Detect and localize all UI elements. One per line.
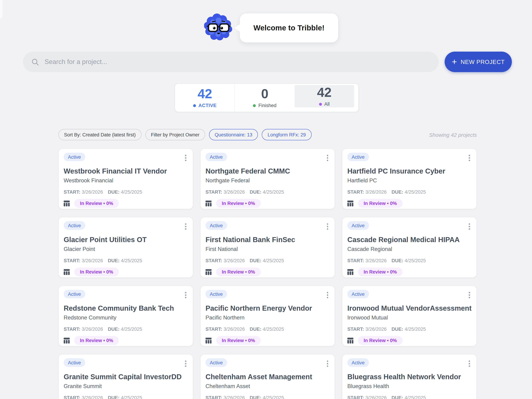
project-card[interactable]: Active Cascade Regional Medical HIPAA Ca… xyxy=(342,217,477,278)
due-date: 4/25/2025 xyxy=(405,189,426,195)
project-dates: START:3/26/2026 DUE:4/25/2025 xyxy=(347,258,472,263)
due-label: DUE: xyxy=(250,258,261,263)
start-label: START: xyxy=(64,189,80,195)
card-menu-button[interactable] xyxy=(469,222,470,231)
status-badge: Active xyxy=(64,153,85,161)
project-client: Ironwood Mutual xyxy=(347,315,472,321)
project-card[interactable]: Active Granite Summit Capital InvestorDD… xyxy=(58,354,193,399)
project-title: Westbrook Financial IT Vendor xyxy=(64,167,188,175)
due-date: 4/25/2025 xyxy=(405,395,426,399)
project-title: Granite Summit Capital InvestorDD xyxy=(64,373,188,381)
start-date: 3/26/2026 xyxy=(224,258,245,263)
stat-active[interactable]: 42 ACTIVE xyxy=(175,84,235,112)
card-menu-button[interactable] xyxy=(327,154,328,162)
project-title: Redstone Community Bank Tech xyxy=(64,304,188,312)
due-date: 4/25/2025 xyxy=(121,395,142,399)
project-title: Cheltenham Asset Management xyxy=(206,373,330,381)
card-menu-button[interactable] xyxy=(185,359,186,368)
review-progress-badge: In Review • 0% xyxy=(358,199,403,208)
longform-rfx-chip[interactable]: Longform RFx: 29 xyxy=(262,129,311,140)
card-menu-button[interactable] xyxy=(469,154,470,162)
project-card[interactable]: Active Ironwood Mutual VendorAssessment … xyxy=(342,286,477,346)
tribble-projects-page: Welcome to Tribble! + NEW PROJECT 42 ACT… xyxy=(0,0,532,399)
search-input[interactable] xyxy=(44,51,439,72)
start-label: START: xyxy=(347,395,364,399)
project-card[interactable]: Active Bluegrass Health Network Vendor B… xyxy=(342,354,477,399)
status-badge: Active xyxy=(347,153,369,161)
project-card[interactable]: Active Pacific Northern Energy Vendor Pa… xyxy=(200,286,335,346)
project-client: Pacific Northern xyxy=(206,315,330,321)
due-date: 4/25/2025 xyxy=(263,395,284,399)
stat-finished-label: Finished xyxy=(258,103,276,108)
search-icon xyxy=(32,58,39,66)
stat-all[interactable]: 42 All xyxy=(294,85,354,107)
project-dates: START:3/26/2026 DUE:4/25/2025 xyxy=(206,189,330,195)
due-label: DUE: xyxy=(250,327,261,332)
card-menu-button[interactable] xyxy=(327,291,328,299)
welcome-text: Welcome to Tribble! xyxy=(253,24,324,32)
due-label: DUE: xyxy=(108,189,120,195)
project-card[interactable]: Active First National Bank FinSec First … xyxy=(200,217,335,278)
card-menu-button[interactable] xyxy=(469,291,470,299)
project-client: Glacier Point xyxy=(64,246,188,252)
card-menu-button[interactable] xyxy=(185,154,186,162)
project-title: Pacific Northern Energy Vendor xyxy=(206,304,330,312)
table-icon xyxy=(206,337,212,343)
finished-dot-icon xyxy=(253,104,256,107)
start-label: START: xyxy=(347,327,364,332)
stat-finished[interactable]: 0 Finished xyxy=(235,84,295,112)
project-client: Redstone Community xyxy=(64,315,188,321)
status-badge: Active xyxy=(64,290,85,298)
sort-by-chip[interactable]: Sort By: Created Date (latest first) xyxy=(58,129,141,140)
stat-all-label: All xyxy=(324,101,330,107)
table-icon xyxy=(347,337,353,343)
bubble-tail-icon xyxy=(234,24,240,32)
project-title: First National Bank FinSec xyxy=(206,236,330,244)
due-date: 4/25/2025 xyxy=(121,189,142,195)
welcome-bubble: Welcome to Tribble! xyxy=(240,13,338,42)
search-row: + NEW PROJECT xyxy=(23,52,512,72)
project-dates: START:3/26/2026 DUE:4/25/2025 xyxy=(64,258,188,263)
active-dot-icon xyxy=(193,104,196,107)
card-menu-button[interactable] xyxy=(327,359,328,368)
project-client: Northgate Federal xyxy=(206,177,330,184)
project-card[interactable]: Active Northgate Federal CMMC Northgate … xyxy=(200,149,335,209)
project-client: Cheltenham Asset xyxy=(206,383,330,389)
card-menu-button[interactable] xyxy=(327,222,328,231)
all-dot-icon xyxy=(319,103,322,106)
projects-grid: Active Westbrook Financial IT Vendor Wes… xyxy=(58,149,477,399)
start-label: START: xyxy=(206,258,222,263)
due-date: 4/25/2025 xyxy=(263,189,284,195)
project-stats-card: 42 ACTIVE 0 Finished 42 All xyxy=(175,83,359,112)
questionnaire-chip[interactable]: Questionnaire: 13 xyxy=(209,129,258,140)
start-label: START: xyxy=(206,189,222,195)
card-menu-button[interactable] xyxy=(185,291,186,299)
project-card[interactable]: Active Glacier Point Utilities OT Glacie… xyxy=(58,217,193,278)
project-dates: START:3/26/2026 DUE:4/25/2025 xyxy=(347,395,472,399)
card-menu-button[interactable] xyxy=(469,359,470,368)
start-label: START: xyxy=(64,258,80,263)
project-card[interactable]: Active Hartfield PC Insurance Cyber Hart… xyxy=(342,149,477,209)
status-badge: Active xyxy=(206,290,227,298)
project-title: Ironwood Mutual VendorAssessment xyxy=(347,304,472,312)
project-card[interactable]: Active Westbrook Financial IT Vendor Wes… xyxy=(58,149,193,209)
review-progress-badge: In Review • 0% xyxy=(216,336,261,345)
due-label: DUE: xyxy=(392,327,403,332)
due-label: DUE: xyxy=(250,395,261,399)
due-label: DUE: xyxy=(392,395,403,399)
new-project-button[interactable]: + NEW PROJECT xyxy=(445,52,512,72)
review-progress-badge: In Review • 0% xyxy=(74,268,119,276)
card-menu-button[interactable] xyxy=(185,222,186,231)
project-card[interactable]: Active Redstone Community Bank Tech Reds… xyxy=(58,286,193,346)
project-search-bar[interactable] xyxy=(23,52,439,72)
showing-count-text: Showing 42 projects xyxy=(429,132,477,138)
project-card[interactable]: Active Cheltenham Asset Management Chelt… xyxy=(200,354,335,399)
table-icon xyxy=(206,200,212,206)
filter-owner-chip[interactable]: Filter by Project Owner xyxy=(145,129,205,140)
stat-active-value: 42 xyxy=(197,87,212,100)
stat-all-value: 42 xyxy=(317,86,331,99)
due-date: 4/25/2025 xyxy=(405,258,426,263)
project-title: Cascade Regional Medical HIPAA xyxy=(347,236,472,244)
project-dates: START:3/26/2026 DUE:4/25/2025 xyxy=(347,327,472,332)
status-badge: Active xyxy=(206,358,227,367)
